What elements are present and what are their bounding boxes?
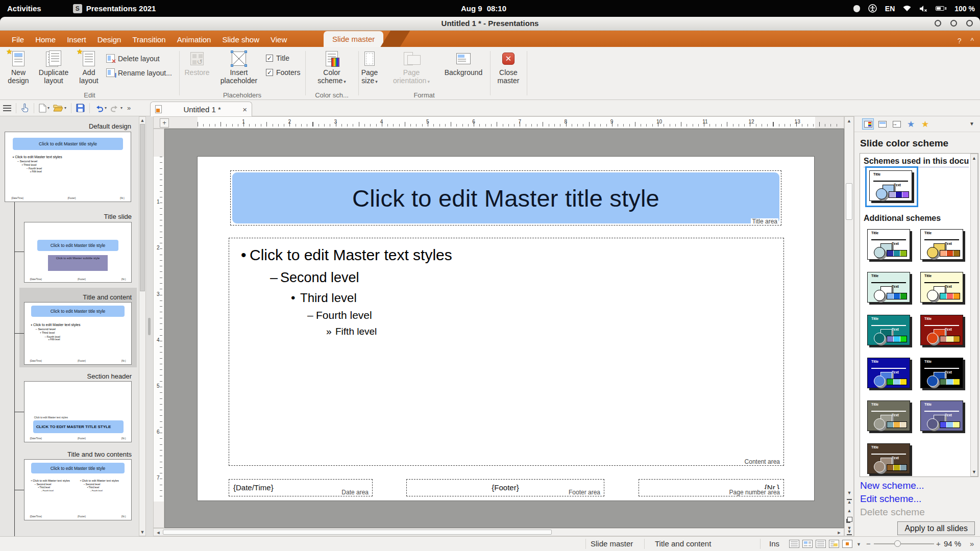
color-scheme-thumbnail[interactable]: Title Text	[867, 229, 910, 260]
page-number-placeholder[interactable]: {Nr.} Page number area	[639, 479, 784, 496]
view-options-icon[interactable]: ▼	[856, 542, 861, 547]
delete-layout-button[interactable]: ✕Delete layout	[106, 54, 160, 63]
color-scheme-thumbnail[interactable]: Title Text	[867, 400, 910, 431]
title-placeholder[interactable]: Click to edit Master title style Title a…	[230, 170, 781, 226]
accessibility-icon[interactable]	[868, 4, 877, 13]
close-master-button[interactable]: ✕ Closemaster	[492, 49, 525, 85]
scroll-right-icon[interactable]: ►	[836, 530, 843, 536]
layout-thumbnail-content-selected[interactable]: Click to edit Master title style • Click…	[24, 302, 132, 365]
color-scheme-thumbnail[interactable]: Title Text	[867, 443, 910, 474]
color-scheme-thumbnail[interactable]: Title Text	[920, 358, 963, 388]
vertical-scrollbar-thumb[interactable]	[846, 183, 852, 220]
open-file-icon[interactable]: ▾	[53, 104, 66, 112]
zoom-slider[interactable]	[874, 543, 934, 544]
activities-button[interactable]: Activities	[7, 4, 41, 13]
zoom-out-icon[interactable]: −	[866, 539, 871, 548]
view-mode-status[interactable]: Slide master	[591, 539, 633, 548]
keyboard-layout-indicator[interactable]: EN	[885, 5, 895, 13]
color-scheme-thumbnail[interactable]: Title Text	[867, 315, 910, 345]
insert-mode-status[interactable]: Ins	[769, 539, 779, 548]
slide-master-page[interactable]: Click to edit Master title style Title a…	[197, 156, 815, 501]
minimize-button[interactable]	[935, 20, 941, 27]
ribbon-tab-design[interactable]: Design	[92, 32, 127, 47]
ruler-origin-icon[interactable]: +	[160, 118, 169, 128]
panel-tab-favorites-blue-star-icon[interactable]: ★	[905, 118, 917, 130]
panel-options-icon[interactable]: ▼	[969, 121, 974, 127]
layout-name-status[interactable]: Title and content	[655, 539, 711, 548]
scroll-down-icon[interactable]: ▼	[845, 489, 853, 497]
menu-icon[interactable]	[3, 105, 11, 111]
scroll-left-icon[interactable]: ◄	[155, 530, 162, 536]
close-button[interactable]	[966, 20, 973, 27]
ribbon-tab-file[interactable]: File	[6, 32, 30, 47]
edit-scheme-link[interactable]: Edit scheme...	[860, 493, 921, 505]
layout-thumbnail-master[interactable]: Click to edit Master title style • Click…	[5, 132, 131, 202]
document-tab[interactable]: Untitled 1 * ×	[150, 102, 252, 116]
hand-tool-icon[interactable]	[21, 104, 29, 112]
date-placeholder[interactable]: {Date/Time} Date area	[229, 479, 373, 496]
start-presentation-icon[interactable]	[842, 540, 852, 548]
canvas-horizontal-scrollbar[interactable]: ◄ ►	[153, 528, 844, 536]
ribbon-tab-insert[interactable]: Insert	[61, 32, 92, 47]
page-orientation-button[interactable]: Pageorientation▾	[387, 49, 436, 86]
ribbon-tab-slide-master[interactable]: Slide master	[324, 31, 383, 47]
notification-icon[interactable]	[853, 5, 860, 12]
rename-layout-button[interactable]: IRename layout...	[106, 68, 172, 77]
color-scheme-thumbnail[interactable]: Title Text	[867, 272, 910, 303]
wifi-icon[interactable]	[903, 5, 911, 12]
battery-icon[interactable]	[936, 6, 946, 11]
color-scheme-thumbnail[interactable]: Title Text	[920, 315, 963, 345]
background-button[interactable]: Background	[441, 49, 486, 77]
sidebar-scrollbar[interactable]: ▲ ▼	[139, 116, 146, 536]
canvas-vertical-scrollbar[interactable]: ▲ ▼ ▲ ▲ ▼ ▼	[844, 116, 854, 536]
layout-thumbnail-twocontent[interactable]: Click to edit Master title style • Click…	[24, 459, 132, 520]
close-document-icon[interactable]: ×	[242, 105, 247, 114]
status-overflow-icon[interactable]: »	[970, 539, 974, 548]
first-slide-icon[interactable]: ▲	[845, 498, 853, 506]
ribbon-tab-view[interactable]: View	[265, 32, 292, 47]
color-scheme-thumbnail[interactable]: Title Text	[920, 272, 963, 303]
ribbon-tab-animation[interactable]: Animation	[172, 32, 217, 47]
maximize-button[interactable]	[950, 20, 957, 27]
sidebar-scrollbar-thumb[interactable]	[140, 124, 145, 291]
color-scheme-thumbnail[interactable]: Title Text	[867, 358, 910, 388]
delete-scheme-link[interactable]: Delete scheme	[860, 507, 925, 518]
notes-view-icon[interactable]	[829, 540, 839, 548]
redo-icon[interactable]: ▾	[110, 104, 122, 112]
toolbar-overflow-icon[interactable]: »	[127, 104, 131, 112]
color-scheme-thumbnail[interactable]: Title Text	[920, 229, 963, 260]
zoom-in-icon[interactable]: +	[936, 539, 941, 548]
save-icon[interactable]	[76, 104, 85, 112]
ribbon-tab-home[interactable]: Home	[30, 32, 61, 47]
panel-tab-favorites-star-icon[interactable]: ★	[919, 118, 931, 130]
duplicate-layout-button[interactable]: Duplicatelayout	[36, 49, 71, 85]
new-document-icon[interactable]: ▾	[39, 104, 50, 113]
master-text-level-5[interactable]: »Fifth level	[229, 325, 783, 337]
normal-view-icon[interactable]	[789, 540, 799, 548]
slide-sorter-view-icon[interactable]	[802, 540, 813, 548]
master-text-level-4[interactable]: –Fourth level	[229, 309, 783, 322]
master-title-text[interactable]: Click to edit Master title style	[352, 184, 659, 212]
panel-tab-insert-object[interactable]	[891, 118, 902, 130]
apply-to-all-slides-button[interactable]: Apply to all slides	[897, 521, 975, 535]
zoom-slider-knob[interactable]	[894, 540, 901, 547]
horizontal-scrollbar-thumb[interactable]	[163, 530, 552, 535]
scheme-list-scrollbar[interactable]: ▲ ▼	[970, 154, 978, 477]
window-title-bar[interactable]: Untitled 1 * - Presentations	[0, 17, 980, 31]
help-icon[interactable]: ?	[958, 37, 962, 45]
master-text-level-3[interactable]: •Third level	[229, 290, 783, 305]
panel-tab-color-scheme[interactable]	[862, 118, 874, 130]
panel-tab-layouts[interactable]	[876, 118, 888, 130]
layout-thumbnail-section[interactable]: Click to edit Master text styles CLICK T…	[24, 381, 132, 442]
color-scheme-button[interactable]: Colorscheme▾	[312, 49, 351, 86]
slide-navigator-icon[interactable]	[845, 516, 853, 523]
collapse-ribbon-icon[interactable]: ^	[970, 37, 974, 45]
system-tray[interactable]: EN 100 %	[853, 0, 975, 17]
scroll-up-icon[interactable]: ▲	[971, 156, 977, 161]
sidebar-splitter[interactable]	[146, 116, 153, 536]
footer-placeholder[interactable]: {Footer} Footer area	[406, 479, 604, 496]
layout-thumbnail-title[interactable]: Click to edit Master title style Click t…	[24, 222, 132, 283]
previous-slide-icon[interactable]: ▲	[845, 507, 853, 515]
content-placeholder[interactable]: •Click to edit Master text styles–Second…	[229, 238, 784, 466]
master-text-level-2[interactable]: –Second level	[229, 269, 783, 286]
